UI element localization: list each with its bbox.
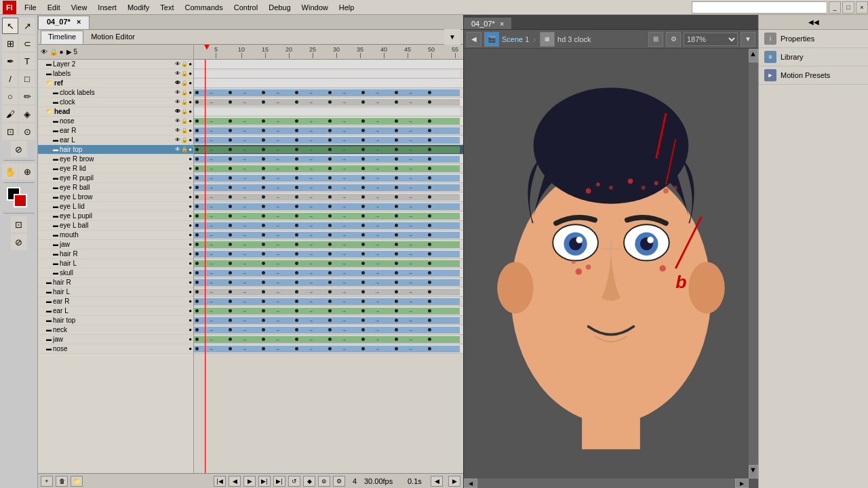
frame-row[interactable]: →→→→→→→	[194, 344, 463, 354]
layer-row[interactable]: ▬ ear R 👁 🔒 ●	[38, 126, 193, 136]
vis-icon[interactable]: 👁	[175, 70, 180, 77]
stage-canvas[interactable]: b ▲ ▼ ◀ ▶	[464, 49, 758, 488]
scene-label[interactable]: Scene 1	[502, 35, 529, 43]
zoom-dropdown-button[interactable]: ▼	[741, 32, 755, 47]
right-collapse-button[interactable]: ◀◀	[808, 18, 819, 26]
layer-row[interactable]: ▬ hair top 👁 🔒 ●	[38, 145, 193, 155]
vis-icon[interactable]: 👁	[175, 118, 180, 124]
vis-icon[interactable]: 👁	[175, 89, 180, 96]
bone-tool[interactable]: ⊘	[11, 234, 27, 250]
frame-row[interactable]: →→→→→→→	[194, 287, 463, 297]
maximize-button[interactable]: □	[842, 1, 854, 14]
subselect-tool[interactable]: ↗	[19, 18, 35, 34]
layer-row[interactable]: ▬ hair R ●	[38, 278, 193, 287]
eyedropper-tool[interactable]: ⊙	[19, 123, 35, 140]
vis-icon[interactable]: 👁	[175, 146, 180, 152]
layer-row[interactable]: ▬ labels 👁 🔒 ●	[38, 69, 193, 79]
layer-row[interactable]: ▬ mouth ●	[38, 230, 193, 240]
menu-file[interactable]: File	[19, 2, 42, 13]
layer-row[interactable]: ▬ hair R ●	[38, 249, 193, 259]
scroll-right-button[interactable]: ▶	[448, 476, 460, 487]
frame-row[interactable]: →→→→→→→	[194, 155, 463, 164]
onion-skin-button[interactable]: ⊚	[318, 476, 330, 487]
free-transform-tool[interactable]: ⊞	[2, 35, 18, 52]
layer-row[interactable]: ▬ hair top ●	[38, 316, 193, 325]
layer-row[interactable]: ▬ ear L 👁 🔒 ●	[38, 136, 193, 145]
menu-control[interactable]: Control	[229, 2, 263, 13]
pencil-tool[interactable]: ✏	[19, 88, 35, 104]
lock-icon[interactable]: 🔒	[181, 127, 188, 134]
vis-icon[interactable]: 👁	[175, 99, 180, 105]
scroll-left-button[interactable]: ◀	[431, 476, 443, 487]
scroll-down-button[interactable]: ▼	[749, 465, 758, 479]
lock-icon[interactable]: 🔒	[181, 146, 188, 152]
ink-bottle-tool[interactable]: ⊡	[2, 123, 18, 140]
menu-window[interactable]: Window	[296, 2, 334, 13]
add-layer-button[interactable]: +	[41, 476, 53, 487]
paint-bucket-tool[interactable]: ◈	[19, 106, 35, 122]
frame-row[interactable]: →→→→→→→	[194, 221, 463, 230]
frame-row[interactable]: →→→→→→→	[194, 240, 463, 249]
menu-view[interactable]: View	[66, 2, 93, 13]
stage-close-button[interactable]: ×	[500, 20, 504, 28]
menu-commands[interactable]: Commands	[179, 2, 228, 13]
search-input[interactable]	[692, 1, 827, 14]
stage-hscroll[interactable]: ◀ ▶	[464, 479, 749, 488]
frame-row[interactable]: →→→→→→→	[194, 230, 463, 240]
tab-timeline[interactable]: Timeline	[41, 30, 83, 44]
layer-row[interactable]: ▬ neck ●	[38, 325, 193, 335]
menu-modify[interactable]: Modify	[122, 2, 155, 13]
layer-row[interactable]: ▬ ear R ●	[38, 297, 193, 306]
library-tab[interactable]: ≡ Library	[759, 48, 868, 66]
frame-row[interactable]	[194, 69, 463, 79]
layer-row[interactable]: ▬ hair L ●	[38, 259, 193, 268]
layer-row[interactable]: ▬ nose ●	[38, 344, 193, 354]
close-tab-button[interactable]: ×	[77, 18, 81, 26]
layer-row[interactable]: ▬ nose 👁 🔒 ●	[38, 117, 193, 126]
frame-row[interactable]: →→→→→→→	[194, 136, 463, 145]
frame-row[interactable]: →→→→→→→	[194, 202, 463, 211]
menu-debug[interactable]: Debug	[263, 2, 296, 13]
eraser-tool[interactable]: ⊘	[11, 141, 27, 157]
lock-icon[interactable]: 🔒	[181, 89, 188, 96]
layer-row[interactable]: ▬ eye L ball ●	[38, 221, 193, 230]
hand-tool[interactable]: ✋	[2, 163, 18, 180]
frame-row[interactable]: →→→→→→→	[194, 268, 463, 278]
vis-icon[interactable]: 👁	[175, 137, 180, 143]
close-button[interactable]: ×	[856, 1, 868, 14]
layer-row[interactable]: 📁 ref 👁 🔒 ●	[38, 79, 193, 88]
vis-icon[interactable]: 👁	[175, 127, 180, 134]
zoom-tool[interactable]: ⊕	[19, 163, 35, 180]
layer-row[interactable]: ▬ eye R brow ●	[38, 155, 193, 164]
menu-help[interactable]: Help	[334, 2, 360, 13]
frame-row[interactable]: →→→→→→→	[194, 145, 463, 155]
snap-tool[interactable]: ⊡	[11, 216, 27, 232]
lock-icon[interactable]: 🔒	[181, 99, 188, 105]
settings-button[interactable]: ⚙	[333, 476, 345, 487]
frame-row[interactable]: →→→→→→→	[194, 278, 463, 287]
stage-settings-button[interactable]: ⚙	[666, 32, 681, 47]
layer-row[interactable]: ▬ clock 👁 🔒 ●	[38, 98, 193, 107]
scroll-right-stage-button[interactable]: ▶	[735, 479, 749, 488]
layer-row[interactable]: ▬ eye L lid ●	[38, 202, 193, 211]
arrow-tool[interactable]: ↖	[2, 18, 18, 34]
layer-row[interactable]: ▬ eye R pupil ●	[38, 174, 193, 183]
menu-text[interactable]: Text	[155, 2, 179, 13]
frame-row[interactable]: →→→→→→→	[194, 164, 463, 174]
scroll-up-button[interactable]: ▲	[749, 49, 758, 62]
frame-row[interactable]: →→→→→→→	[194, 88, 463, 98]
layer-row[interactable]: ▬ ear L ●	[38, 306, 193, 316]
frame-row[interactable]	[194, 79, 463, 88]
add-keyframe-button[interactable]: ◆	[303, 476, 315, 487]
add-folder-button[interactable]: 📁	[71, 476, 83, 487]
frame-row[interactable]: →→→→→→→	[194, 174, 463, 183]
layer-row[interactable]: ▬ eye L brow ●	[38, 192, 193, 202]
stage-document-tab[interactable]: 04_07* ×	[464, 18, 511, 29]
brush-tool[interactable]: 🖌	[2, 106, 18, 122]
play-button[interactable]: ▶	[243, 476, 256, 487]
lock-icon[interactable]: 🔒	[181, 61, 188, 67]
menu-insert[interactable]: Insert	[92, 2, 122, 13]
step-forward-button[interactable]: ▶|	[258, 476, 271, 487]
scroll-left-stage-button[interactable]: ◀	[464, 479, 477, 488]
layer-row[interactable]: ▬ jaw ●	[38, 240, 193, 249]
